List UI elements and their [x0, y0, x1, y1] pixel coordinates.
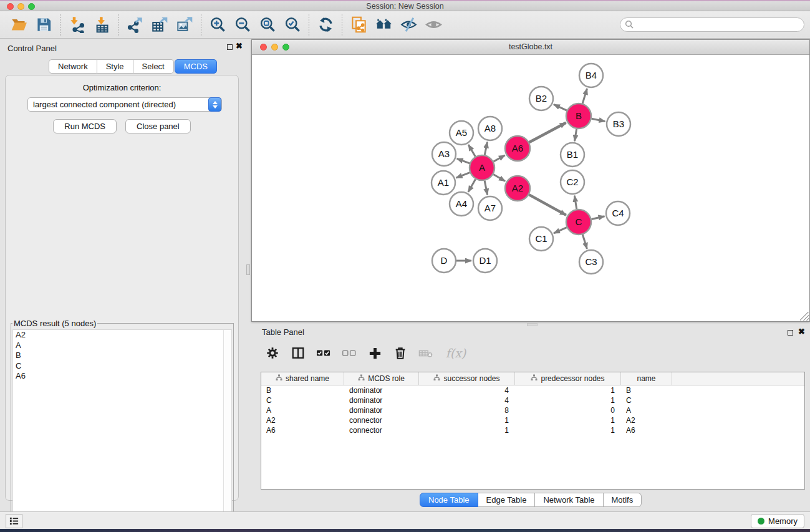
tab-node-table[interactable]: Node Table [420, 493, 478, 507]
edge-C-C4[interactable] [591, 216, 604, 220]
node-A5[interactable]: A5 [450, 121, 473, 145]
column-header-predecessor-nodes[interactable]: predecessor nodes [515, 372, 621, 385]
edge-A-A3[interactable] [457, 158, 470, 163]
result-list-item[interactable]: C [13, 361, 231, 372]
table-cell[interactable]: 4 [419, 395, 515, 405]
node-C[interactable]: C [566, 210, 591, 235]
table-cell[interactable]: 4 [419, 385, 515, 395]
node-A4[interactable]: A4 [450, 192, 473, 216]
delete-column-button[interactable] [392, 345, 408, 361]
table-settings-button[interactable] [264, 345, 281, 361]
export-network-button[interactable] [122, 14, 147, 36]
table-cell[interactable]: A6 [621, 425, 672, 435]
zoom-selected-button[interactable] [280, 14, 305, 36]
table-cell[interactable]: 0 [515, 405, 621, 415]
table-cell[interactable]: connector [344, 425, 419, 435]
hide-panels-button[interactable] [396, 14, 421, 36]
zoom-fit-button[interactable] [255, 14, 280, 36]
node-B[interactable]: B [566, 104, 591, 128]
save-session-button[interactable] [31, 14, 56, 36]
edge-C-C2[interactable] [574, 196, 576, 210]
edge-B-B4[interactable] [582, 89, 587, 104]
import-network-button[interactable] [64, 14, 89, 36]
open-session-button[interactable] [6, 14, 31, 36]
node-B2[interactable]: B2 [529, 87, 553, 110]
edge-A6-B[interactable] [529, 123, 566, 142]
edge-A-A8[interactable] [485, 142, 487, 155]
node-A[interactable]: A [470, 155, 494, 180]
clone-network-button[interactable] [346, 14, 371, 36]
edge-A-A5[interactable] [468, 145, 475, 157]
tab-motifs[interactable]: Motifs [604, 493, 642, 507]
table-cell[interactable]: 1 [419, 425, 515, 435]
function-builder-button[interactable]: f(x) [443, 345, 468, 361]
network-window-titlebar[interactable]: testGlobe.txt [252, 40, 809, 55]
table-cell[interactable]: dominator [344, 405, 419, 415]
export-image-button[interactable] [172, 14, 197, 36]
tab-mcds[interactable]: MCDS [175, 59, 217, 74]
unselect-all-button[interactable] [341, 345, 357, 361]
table-cell[interactable]: dominator [344, 395, 419, 405]
show-all-panels-button[interactable] [371, 14, 396, 36]
resize-grip-icon[interactable] [800, 312, 809, 321]
delete-table-button[interactable] [418, 345, 434, 361]
result-list-item[interactable]: A [13, 341, 231, 351]
table-cell[interactable]: 1 [515, 385, 621, 395]
table-cell[interactable]: A [261, 405, 344, 415]
node-A2[interactable]: A2 [505, 176, 530, 201]
result-list-item[interactable]: A6 [13, 371, 231, 382]
column-header-name[interactable]: name [621, 372, 672, 385]
toggle-birdseye-button[interactable] [421, 14, 446, 36]
edge-A-A4[interactable] [468, 179, 476, 192]
edge-B-B3[interactable] [592, 118, 605, 121]
tab-edge-table[interactable]: Edge Table [478, 493, 536, 507]
table-cell[interactable]: 1 [419, 415, 515, 425]
table-cell[interactable]: 1 [515, 415, 621, 425]
import-table-button[interactable] [89, 14, 114, 36]
edge-A-A7[interactable] [485, 181, 488, 195]
select-all-button[interactable] [316, 345, 332, 361]
edge-C-C1[interactable] [554, 228, 567, 233]
table-row[interactable]: Cdominator41C [261, 395, 804, 405]
table-cell[interactable]: A6 [261, 425, 344, 435]
close-panel-icon[interactable]: ✖ [236, 41, 243, 51]
node-B1[interactable]: B1 [561, 143, 584, 167]
tab-style[interactable]: Style [97, 59, 133, 74]
edge-A-A2[interactable] [493, 175, 505, 181]
criterion-select[interactable]: largest connected component (directed) [27, 97, 222, 112]
node-C2[interactable]: C2 [561, 170, 584, 194]
show-columns-button[interactable] [290, 345, 306, 361]
edge-A-A1[interactable] [456, 173, 470, 178]
table-cell[interactable]: 1 [515, 425, 621, 435]
table-cell[interactable]: B [621, 385, 672, 395]
node-C4[interactable]: C4 [606, 201, 630, 225]
split-divider-handle[interactable] [246, 264, 250, 275]
node-A3[interactable]: A3 [432, 142, 456, 166]
edge-B-B1[interactable] [575, 129, 577, 142]
float-table-panel-icon[interactable] [788, 330, 793, 336]
run-mcds-button[interactable]: Run MCDS [53, 119, 117, 133]
close-panel-button[interactable]: Close panel [125, 119, 191, 133]
tab-network-table[interactable]: Network Table [535, 493, 603, 507]
edge-A-A6[interactable] [493, 155, 504, 162]
zoom-in-button[interactable] [205, 14, 230, 36]
node-B3[interactable]: B3 [607, 112, 630, 136]
table-cell[interactable]: 1 [515, 395, 621, 405]
memory-button[interactable]: Memory [751, 514, 804, 528]
table-cell[interactable]: connector [344, 415, 419, 425]
table-row[interactable]: A2connector11A2 [261, 415, 804, 425]
add-column-button[interactable] [367, 345, 383, 361]
table-row[interactable]: Bdominator41B [261, 385, 804, 395]
node-A8[interactable]: A8 [478, 117, 502, 140]
task-history-button[interactable] [6, 514, 22, 528]
table-cell[interactable]: A2 [621, 415, 672, 425]
table-cell[interactable]: dominator [344, 385, 419, 395]
table-cell[interactable]: C [621, 395, 672, 405]
export-table-button[interactable] [147, 14, 172, 36]
float-panel-icon[interactable] [227, 44, 233, 50]
table-row[interactable]: A6connector11A6 [261, 425, 804, 435]
node-A6[interactable]: A6 [505, 136, 530, 161]
result-scrollbar[interactable] [223, 330, 231, 530]
edge-B-B2[interactable] [554, 104, 567, 110]
node-C1[interactable]: C1 [529, 227, 553, 251]
